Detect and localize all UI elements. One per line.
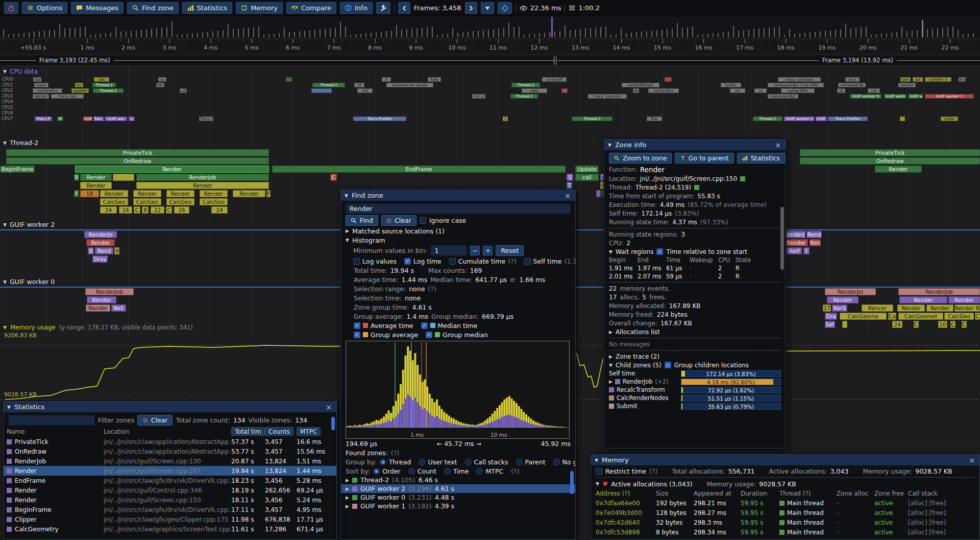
frame-bar[interactable] <box>835 30 836 37</box>
timeline-zone[interactable]: Render <box>80 182 112 189</box>
cpu-zone[interactable]: syste <box>941 116 958 121</box>
tools-button[interactable] <box>376 2 390 14</box>
timeline-zone[interactable]: 24 <box>100 206 117 214</box>
timeline-zone[interactable]: BeginFrame <box>0 166 35 173</box>
frame-bar[interactable] <box>381 32 382 37</box>
frame-bar[interactable] <box>626 33 627 37</box>
cpu-zone[interactable]: sen <box>900 77 911 82</box>
frame-bar[interactable] <box>794 34 795 37</box>
cpu-zone[interactable]: cor <box>868 88 880 93</box>
timeline-zone[interactable]: Render <box>86 304 110 312</box>
frame-bar[interactable] <box>580 29 581 37</box>
column-header[interactable]: Zone alloc <box>837 490 874 497</box>
wait-column-header[interactable]: State <box>736 256 756 264</box>
frame-bar[interactable] <box>743 30 744 37</box>
frame-bar[interactable] <box>871 35 872 37</box>
cpu-zone[interactable]: cfr <box>354 83 364 87</box>
find-zone-histogram[interactable]: 1 ms 10 ms <box>346 341 570 439</box>
cpu-zone[interactable]: GUIF w <box>909 94 923 99</box>
frame-bar[interactable] <box>636 32 637 37</box>
cpu-zone[interactable]: kwor <box>34 83 48 87</box>
frame-bar[interactable] <box>416 28 418 37</box>
frame-bar[interactable] <box>182 34 183 37</box>
frame-bar[interactable] <box>299 31 300 37</box>
frame-bar[interactable] <box>682 28 683 37</box>
frame-bar[interactable] <box>258 27 259 37</box>
frame-bar[interactable] <box>539 33 540 37</box>
frame-bar[interactable] <box>784 35 785 37</box>
frame-bar[interactable] <box>662 30 663 37</box>
frame-bar[interactable] <box>687 27 688 37</box>
messages-button[interactable]: Messages <box>71 2 124 14</box>
scrollbar-thumb[interactable] <box>780 207 784 270</box>
cpu-zone[interactable]: su <box>158 77 166 82</box>
timeline-zone[interactable]: t <box>803 247 810 254</box>
frame-bar[interactable] <box>942 28 943 37</box>
sort-by-option[interactable]: Time <box>444 467 469 475</box>
group-children-checkbox[interactable]: ✓ <box>665 362 671 368</box>
frame-bar[interactable] <box>192 33 193 37</box>
cpu-zone[interactable]: composer@2.1-se [HW <box>768 83 824 87</box>
radio[interactable] <box>553 459 560 465</box>
frame-bar[interactable] <box>187 34 188 37</box>
cpu-zone[interactable]: system_s <box>925 77 951 82</box>
cpu-zone[interactable]: GUIF wor <box>105 116 127 121</box>
memory-titlebar[interactable]: ▼ Memory × <box>591 455 979 465</box>
timeline-zone[interactable]: RenderJob <box>898 288 980 295</box>
timeline-zone[interactable]: 8 <box>88 247 94 254</box>
statistics-row[interactable]: EndFramejni/../jni/src/claw/gfx/drv/vk/D… <box>4 476 336 485</box>
child-zone-row[interactable]: Submit35.63 μs (0.79%) <box>604 402 786 410</box>
find-zone-button[interactable]: Find zone <box>127 2 179 14</box>
cpu-zone[interactable]: ita <box>33 77 41 82</box>
cpu-zone[interactable]: sys <box>94 77 109 82</box>
cpu-zone[interactable]: A <box>503 116 508 121</box>
column-header[interactable]: Thread (?) <box>779 490 837 497</box>
frame-bar[interactable] <box>927 29 928 37</box>
frame-bar[interactable] <box>90 35 91 37</box>
frame-bar[interactable] <box>69 28 70 37</box>
timeline-zone[interactable]: T <box>567 182 572 189</box>
cpu-zone[interactable]: system <box>71 88 89 93</box>
cpu-zone[interactable]: sy <box>75 83 83 87</box>
frame-bar[interactable] <box>519 27 520 37</box>
zoom-to-zone-button[interactable]: Zoom to zone <box>609 153 672 163</box>
frame-bar[interactable] <box>866 27 867 37</box>
frame-bar[interactable] <box>284 28 285 37</box>
column-header[interactable]: Size <box>656 490 694 497</box>
group-by-option[interactable]: Call stacks <box>465 458 508 466</box>
timeline-zone[interactable]: PrivateTick <box>800 149 980 156</box>
frame-bar[interactable] <box>610 35 611 37</box>
frame-bar[interactable] <box>376 32 377 37</box>
timeline-zone[interactable]: CalcGeome <box>840 313 887 320</box>
legend-checkbox[interactable]: ✓ <box>354 322 360 329</box>
active-allocations-header[interactable]: ▼ ♥ Active allocations (3,043) Memory us… <box>591 479 979 488</box>
found-zone-group[interactable]: ▶GUIF worker 0(3,231)4.48 s <box>341 493 575 502</box>
frame-bar[interactable] <box>427 27 428 37</box>
timeline-zone[interactable]: OnRedraw <box>800 157 980 165</box>
time-ruler[interactable]: +55.83 s1 ms2 ms3 ms4 ms5 ms6 ms7 ms8 ms… <box>0 39 980 55</box>
timeline-zone[interactable]: CalcGeo <box>200 198 228 205</box>
collapse-arrow-icon[interactable]: ▼ <box>609 363 612 368</box>
radio[interactable] <box>444 468 451 475</box>
frame-bar[interactable] <box>554 32 555 37</box>
column-header-name[interactable]: Name <box>7 428 104 435</box>
cpu-zone[interactable]: GUIF work <box>884 94 906 99</box>
reset-button[interactable]: Reset <box>496 245 524 256</box>
info-button[interactable]: Info <box>340 2 373 14</box>
group-by-option[interactable]: No grouping <box>553 458 576 466</box>
sort-by-mtpc-button[interactable]: MTPC <box>297 427 321 436</box>
frame-overview-strip[interactable] <box>0 17 980 39</box>
help-marker[interactable]: (?) <box>391 449 399 457</box>
frame-bar[interactable] <box>238 29 239 37</box>
legend-checkbox[interactable]: ✓ <box>354 332 360 338</box>
frame-bar[interactable] <box>29 32 30 37</box>
timeline-zone[interactable]: 17 <box>823 304 831 312</box>
power-button[interactable] <box>4 2 18 14</box>
timeline-zone[interactable]: CalcGeo <box>944 313 974 320</box>
collapse-arrow-icon[interactable]: ▼ <box>595 458 598 463</box>
cpu-zone[interactable]: Tracy P <box>35 116 52 121</box>
timeline-zone[interactable]: Ren <box>810 239 821 246</box>
cpu-zone[interactable]: composer@2 <box>768 94 798 99</box>
wait-column-header[interactable]: CPU <box>718 256 736 264</box>
frame-bar[interactable] <box>651 31 652 37</box>
